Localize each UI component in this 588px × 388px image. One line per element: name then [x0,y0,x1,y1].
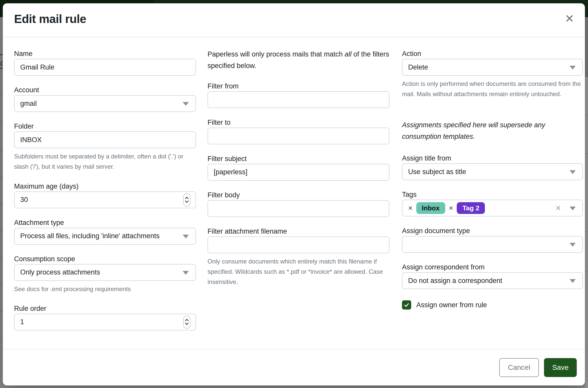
correspondent-selected-value: Do not assign a correspondent [408,277,502,285]
assign-title-field-group: Assign title from Use subject as title [402,153,583,180]
close-icon[interactable]: ✕ [565,13,574,24]
chevron-down-icon [570,207,576,210]
tag-chip-tag2: Tag 2 [457,202,485,214]
background-row-divider [0,94,3,94]
rule-order-stepper[interactable] [14,314,196,330]
doc-type-label: Assign document type [402,226,583,236]
page-scrollbar-thumb[interactable] [585,17,588,77]
background-row-divider [0,258,3,258]
max-age-field-group: Maximum age (days) [14,181,196,208]
spinner-buttons-icon[interactable] [183,193,190,207]
account-label: Account [14,85,196,95]
folder-field-group: Folder Subfolders must be separated by a… [14,121,196,172]
account-selected-value: gmail [20,100,37,108]
chevron-down-icon [183,271,189,275]
tags-multiselect[interactable]: × Inbox × Tag 2 × [402,200,583,216]
filter-body-field-group: Filter body [208,190,389,217]
background-row-divider [0,284,3,285]
save-button[interactable]: Save [544,358,577,377]
background-row-divider [0,177,3,178]
assign-title-selected-value: Use subject as title [408,168,466,176]
attachment-type-select[interactable]: Process all files, including 'inline' at… [14,228,196,245]
remove-tag-icon[interactable]: × [449,204,453,212]
filter-from-label: Filter from [208,81,389,91]
filter-filename-input[interactable] [208,236,389,253]
chevron-down-icon [570,170,576,174]
remove-tag-icon[interactable]: × [408,204,413,212]
rule-order-input[interactable] [20,314,156,330]
column-action-assignments: Action Delete Action is only performed w… [402,49,583,310]
max-age-input[interactable] [20,192,156,208]
background-row-divider [0,231,3,231]
name-field-group: Name [14,49,196,76]
action-help-text: Action is only performed when documents … [402,79,583,99]
background-row-divider [0,338,3,339]
consumption-scope-selected-value: Only process attachments [20,268,100,276]
background-row-divider [0,311,3,312]
filter-from-field-group: Filter from [208,81,389,108]
assign-owner-row: Assign owner from rule [402,300,583,310]
consumption-scope-select[interactable]: Only process attachments [14,264,196,281]
doc-type-select[interactable] [402,236,583,253]
consumption-scope-field-group: Consumption scope Only process attachmen… [14,254,196,294]
rule-order-label: Rule order [14,303,196,314]
filters-intro-text: Paperless will only process mails that m… [208,49,389,72]
assign-owner-checkbox[interactable] [402,300,411,310]
action-field-group: Action Delete Action is only performed w… [402,49,583,99]
assign-title-label: Assign title from [402,153,583,163]
rule-order-field-group: Rule order [14,303,196,330]
assign-owner-label: Assign owner from rule [416,301,487,309]
background-button-border [0,54,3,55]
background-row-divider [0,122,3,122]
max-age-label: Maximum age (days) [14,181,196,191]
correspondent-label: Assign correspondent from [402,262,583,272]
attachment-type-field-group: Attachment type Process all files, inclu… [14,218,196,245]
attachment-type-selected-value: Process all files, including 'inline' at… [20,232,160,240]
tags-field-group: Tags × Inbox × Tag 2 × [402,189,583,216]
folder-help-text: Subfolders must be separated by a delimi… [14,151,196,172]
edit-mail-rule-dialog: Edit mail rule ✕ Name Account gmail Fold… [3,3,585,385]
name-input[interactable] [14,59,196,76]
assignments-note: Assignments specified here will supersed… [402,119,583,143]
folder-label: Folder [14,121,196,131]
background-row-divider [585,271,588,271]
filter-filename-label: Filter attachment filename [208,226,389,236]
background-row-divider [585,153,588,154]
filter-body-label: Filter body [208,190,389,200]
account-select[interactable]: gmail [14,95,196,112]
background-row-divider [585,231,588,232]
checkmark-icon [404,302,410,308]
filter-subject-field-group: Filter subject [208,154,389,181]
filter-to-field-group: Filter to [208,117,389,144]
action-selected-value: Delete [408,63,428,71]
chevron-down-icon [183,235,189,238]
column-filters: Paperless will only process mails that m… [208,49,389,296]
filter-subject-input[interactable] [208,164,389,181]
chevron-down-icon [570,243,576,247]
max-age-stepper[interactable] [14,191,196,208]
action-label: Action [402,49,583,59]
chevron-down-icon [570,279,576,283]
doc-type-field-group: Assign document type [402,226,583,253]
page-scrollbar-track[interactable] [585,77,588,388]
cancel-button[interactable]: Cancel [499,358,539,377]
spinner-buttons-icon[interactable] [183,315,190,329]
filter-to-input[interactable] [208,128,389,144]
background-row-divider [585,115,588,116]
account-field-group: Account gmail [14,85,196,112]
correspondent-field-group: Assign correspondent from Do not assign … [402,262,583,289]
consumption-scope-help-text: See docs for .eml processing requirement… [14,284,196,294]
action-select[interactable]: Delete [402,59,583,76]
filter-from-input[interactable] [208,91,389,108]
dialog-footer: Cancel Save [3,349,585,385]
consumption-scope-label: Consumption scope [14,254,196,264]
assign-title-select[interactable]: Use subject as title [402,163,583,180]
correspondent-select[interactable]: Do not assign a correspondent [402,272,583,289]
chevron-down-icon [570,66,576,70]
attachment-type-label: Attachment type [14,218,196,228]
filter-body-input[interactable] [208,200,389,217]
clear-tags-icon[interactable]: × [556,203,561,213]
tags-label: Tags [402,189,583,200]
folder-input[interactable] [14,131,196,148]
filter-filename-field-group: Filter attachment filename Only consume … [208,226,389,287]
